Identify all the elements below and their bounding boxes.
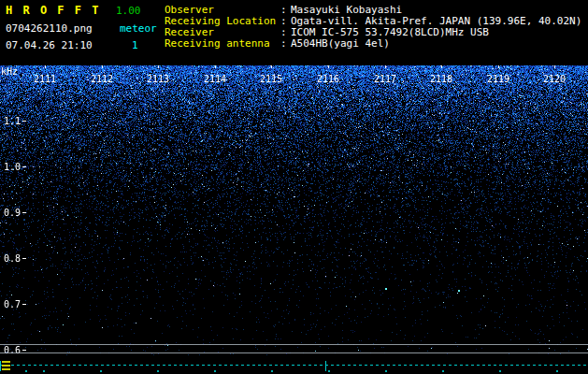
x-tick-label: 2115 xyxy=(260,74,282,84)
bottom-tick-dots xyxy=(0,370,588,372)
bottom-center-tick xyxy=(325,361,326,371)
station-info: Observer : Masayuki Kobayashi Receiving … xyxy=(165,5,581,50)
x-tick-label: 2114 xyxy=(204,74,226,84)
left-yellow-mark xyxy=(2,365,10,367)
x-tick-label: 2118 xyxy=(430,74,452,84)
bottom-line-lower xyxy=(0,352,588,353)
bottom-left-tick xyxy=(0,361,1,371)
info-row-antenna: Receiving antenna : A504HB(yagi 4el) xyxy=(165,38,581,50)
x-tick-label: 2117 xyxy=(374,74,396,84)
x-tick-label: 2120 xyxy=(543,74,566,84)
y-tick-label: 0.7 xyxy=(2,299,21,309)
bottom-dashed-line xyxy=(0,365,588,366)
bottom-line-upper xyxy=(0,344,588,345)
echo-count: 1 xyxy=(132,39,138,51)
x-tick-label: 2119 xyxy=(487,74,509,84)
info-value: A504HB(yagi 4el) xyxy=(291,38,390,50)
left-yellow-mark xyxy=(2,361,10,363)
x-tick-label: 2111 xyxy=(34,74,56,84)
y-tick-label: 0.9 xyxy=(2,208,21,218)
app-version: 1.00 xyxy=(116,5,141,17)
datetime: 07.04.26 21:10 xyxy=(6,39,93,51)
y-tick-label: 1.1 xyxy=(2,116,21,126)
y-tick-label: 0.6 xyxy=(2,345,21,355)
hrofft-output: H R O F F T 1.00 0704262110.png meteor 0… xyxy=(0,0,588,374)
y-tick-label: 1.0 xyxy=(2,162,21,172)
output-filename: 0704262110.png xyxy=(6,22,93,35)
x-tick-label: 2112 xyxy=(91,74,113,84)
spectrogram-canvas xyxy=(0,65,588,355)
mode-label: meteor xyxy=(120,22,157,35)
x-tick-label: 2116 xyxy=(317,74,339,84)
app-title: H R O F F T xyxy=(6,4,100,17)
y-tick-label: 0.8 xyxy=(2,253,21,264)
x-tick-label: 2113 xyxy=(147,74,169,84)
y-axis-unit-label: kHz xyxy=(1,66,18,77)
left-yellow-mark xyxy=(2,368,10,370)
info-label: Receiving antenna xyxy=(165,38,280,50)
info-colon: : xyxy=(280,38,291,50)
